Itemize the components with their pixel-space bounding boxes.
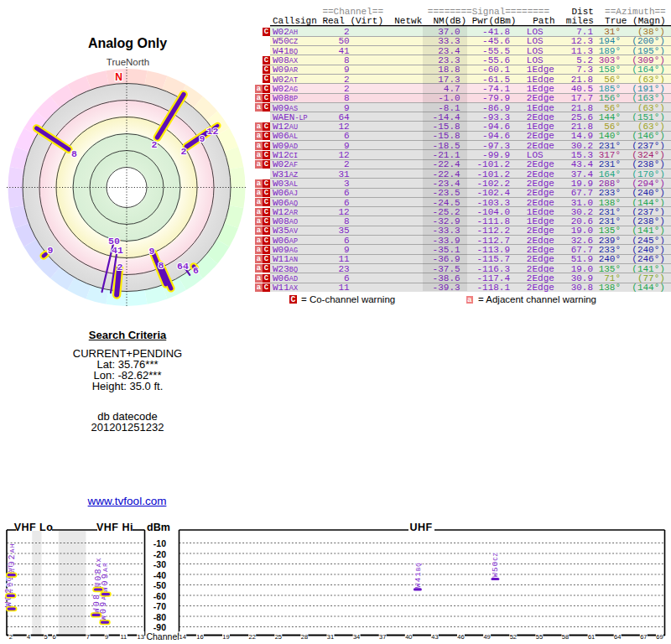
- svg-text:52: 52: [510, 633, 517, 641]
- svg-text:2: 2: [117, 262, 123, 273]
- svg-text:46: 46: [457, 633, 464, 641]
- svg-text:9: 9: [105, 633, 108, 641]
- svg-text:16: 16: [196, 633, 203, 641]
- svg-text:2: 2: [152, 139, 158, 150]
- svg-text:28: 28: [301, 633, 308, 641]
- svg-text:14: 14: [179, 633, 186, 641]
- svg-text:67: 67: [640, 633, 647, 641]
- svg-text:9: 9: [48, 245, 54, 256]
- svg-text:25: 25: [275, 633, 282, 641]
- svg-text:W41BQ: W41BQ: [414, 563, 423, 588]
- svg-text:9: 9: [149, 246, 155, 257]
- svg-text:7: 7: [86, 633, 90, 641]
- svg-text:4: 4: [27, 633, 30, 641]
- svg-text:11: 11: [121, 633, 127, 641]
- svg-text:2: 2: [9, 633, 13, 641]
- svg-text:19: 19: [222, 633, 229, 641]
- svg-text:5: 5: [44, 633, 48, 641]
- svg-text:2: 2: [181, 146, 187, 157]
- svg-text:64: 64: [614, 633, 621, 641]
- svg-text:31: 31: [327, 633, 334, 641]
- svg-text:9: 9: [200, 133, 205, 144]
- svg-text:13: 13: [138, 633, 144, 641]
- svg-text:69: 69: [656, 633, 663, 641]
- svg-text:8: 8: [71, 148, 77, 159]
- svg-text:58: 58: [562, 633, 569, 641]
- svg-text:55: 55: [536, 633, 543, 641]
- svg-text:64: 64: [177, 261, 189, 272]
- svg-text:43: 43: [431, 633, 438, 641]
- svg-text:W02AG: W02AG: [4, 576, 13, 607]
- svg-text:6: 6: [193, 265, 199, 276]
- svg-text:8: 8: [159, 260, 164, 271]
- svg-text:41: 41: [112, 245, 123, 256]
- svg-text:61: 61: [588, 633, 595, 641]
- svg-text:37: 37: [379, 633, 386, 641]
- svg-text:12: 12: [207, 126, 219, 137]
- svg-text:6: 6: [53, 633, 56, 641]
- svg-text:49: 49: [483, 633, 490, 641]
- svg-text:22: 22: [249, 633, 256, 641]
- svg-text:40: 40: [405, 633, 412, 641]
- svg-text:W50CZ: W50CZ: [491, 552, 500, 577]
- svg-text:34: 34: [353, 633, 360, 641]
- svg-text:N: N: [115, 71, 122, 83]
